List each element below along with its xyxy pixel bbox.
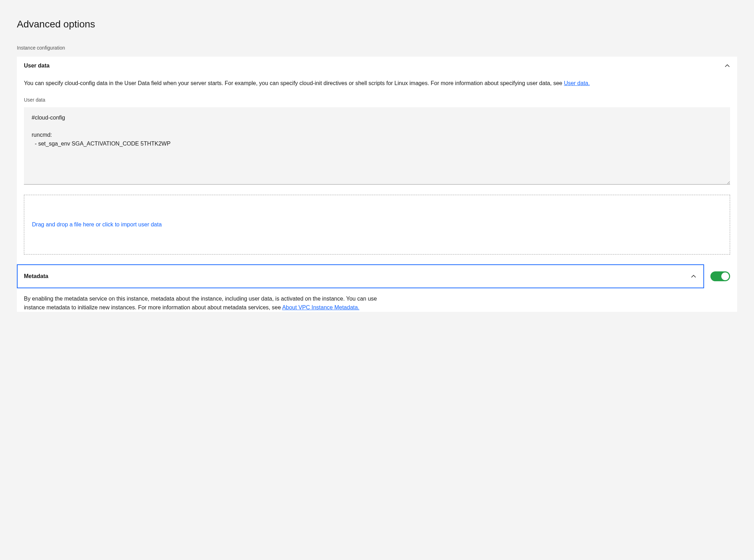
user-data-body: You can specify cloud-config data in the… [17, 75, 737, 264]
chevron-up-icon [724, 63, 730, 69]
metadata-toggle-knob [721, 272, 729, 280]
metadata-accordion-header[interactable]: Metadata [18, 265, 703, 288]
user-data-dropzone-label: Drag and drop a file here or click to im… [32, 221, 162, 227]
user-data-accordion-header[interactable]: User data [17, 57, 737, 75]
metadata-title: Metadata [24, 272, 48, 281]
section-label-instance-config: Instance configuration [17, 44, 737, 52]
metadata-body: By enabling the metadata service on this… [17, 288, 737, 312]
metadata-row: Metadata [17, 264, 737, 288]
user-data-field-label: User data [24, 96, 730, 104]
user-data-dropzone[interactable]: Drag and drop a file here or click to im… [24, 195, 730, 255]
advanced-options-container: Advanced options Instance configuration … [0, 0, 754, 329]
user-data-textarea[interactable] [24, 107, 730, 185]
metadata-description: By enabling the metadata service on this… [24, 295, 397, 312]
user-data-title: User data [24, 62, 50, 70]
metadata-toggle[interactable] [710, 271, 730, 281]
user-data-description-text: You can specify cloud-config data in the… [24, 80, 564, 86]
user-data-doc-link[interactable]: User data. [564, 80, 590, 86]
page-title: Advanced options [17, 17, 737, 32]
metadata-doc-link[interactable]: About VPC Instance Metadata. [282, 304, 360, 310]
chevron-up-icon [691, 273, 696, 279]
metadata-toggle-wrap [710, 264, 737, 288]
user-data-description: You can specify cloud-config data in the… [24, 79, 730, 88]
user-data-panel: User data You can specify cloud-config d… [17, 57, 737, 312]
metadata-accordion-box: Metadata [17, 264, 704, 288]
